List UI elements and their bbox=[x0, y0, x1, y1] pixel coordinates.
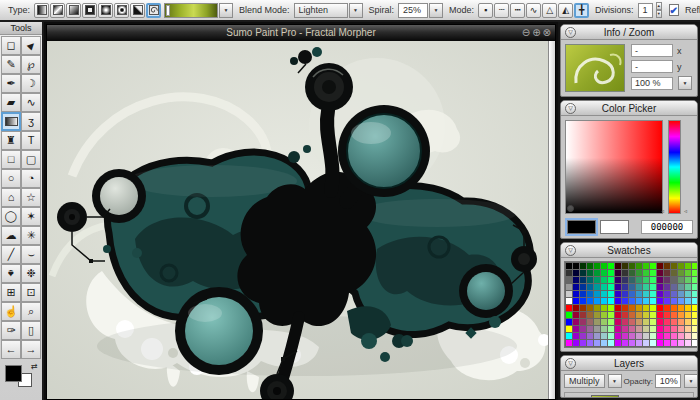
tool-text[interactable]: T bbox=[21, 131, 41, 150]
opacity-field[interactable]: 10% bbox=[655, 374, 681, 388]
swatch[interactable] bbox=[629, 291, 635, 297]
swatch[interactable] bbox=[608, 319, 614, 325]
swatch[interactable] bbox=[629, 284, 635, 290]
y-field[interactable]: - bbox=[631, 60, 673, 73]
opacity-dropdown[interactable]: ▼ bbox=[684, 374, 698, 388]
gradient-type-diagonal-button[interactable] bbox=[66, 3, 81, 18]
swatch[interactable] bbox=[671, 284, 677, 290]
swatch[interactable] bbox=[650, 263, 656, 269]
canvas-artwork[interactable] bbox=[47, 41, 548, 399]
tool-star[interactable]: ☆ bbox=[21, 188, 41, 207]
swatch[interactable] bbox=[657, 333, 663, 339]
swatch[interactable] bbox=[594, 319, 600, 325]
close-icon[interactable]: ⊗ bbox=[543, 28, 551, 38]
swatch[interactable] bbox=[608, 305, 614, 311]
swatch[interactable] bbox=[657, 291, 663, 297]
layers-header[interactable]: ▽ Layers bbox=[561, 356, 697, 371]
layer-blend-dropdown[interactable]: ▼ bbox=[608, 374, 622, 388]
x-field[interactable]: - bbox=[631, 44, 673, 57]
canvas-scrollbar[interactable] bbox=[548, 41, 555, 399]
swatch[interactable] bbox=[601, 305, 607, 311]
swatch[interactable] bbox=[615, 319, 621, 325]
tool-rounded-rectangle[interactable]: ▢ bbox=[21, 150, 41, 169]
gradient-type-square-button[interactable] bbox=[82, 3, 97, 18]
swatch[interactable] bbox=[671, 319, 677, 325]
swatch[interactable] bbox=[678, 270, 684, 276]
swatch[interactable] bbox=[671, 298, 677, 304]
swatch[interactable] bbox=[629, 305, 635, 311]
swatch[interactable] bbox=[671, 291, 677, 297]
swatch[interactable] bbox=[573, 263, 579, 269]
swatch[interactable] bbox=[678, 319, 684, 325]
swatch[interactable] bbox=[650, 298, 656, 304]
swatch[interactable] bbox=[657, 319, 663, 325]
tool-pie[interactable]: ◔ bbox=[21, 169, 41, 188]
swatch[interactable] bbox=[594, 340, 600, 346]
sv-knob[interactable] bbox=[567, 205, 574, 212]
swatch[interactable] bbox=[566, 277, 572, 283]
swatch[interactable] bbox=[671, 333, 677, 339]
swatch[interactable] bbox=[657, 312, 663, 318]
swatch[interactable] bbox=[636, 312, 642, 318]
swatch[interactable] bbox=[573, 284, 579, 290]
gradient-preview-swatch[interactable] bbox=[164, 3, 218, 18]
swatch[interactable] bbox=[678, 263, 684, 269]
swatch[interactable] bbox=[636, 340, 642, 346]
tool-brush[interactable]: ✒ bbox=[1, 74, 21, 93]
swatch[interactable] bbox=[573, 333, 579, 339]
swatch[interactable] bbox=[671, 270, 677, 276]
divisions-field[interactable]: 1 bbox=[638, 3, 653, 18]
swatch[interactable] bbox=[650, 291, 656, 297]
tool-curve[interactable]: ⌣ bbox=[21, 245, 41, 264]
background-color-chip[interactable] bbox=[600, 220, 629, 234]
swatch[interactable] bbox=[657, 326, 663, 332]
swatch[interactable] bbox=[650, 277, 656, 283]
swatch[interactable] bbox=[692, 319, 698, 325]
swatch[interactable] bbox=[594, 291, 600, 297]
swatch[interactable] bbox=[664, 319, 670, 325]
swatch[interactable] bbox=[587, 312, 593, 318]
swatch[interactable] bbox=[580, 298, 586, 304]
swatch[interactable] bbox=[615, 312, 621, 318]
swatch[interactable] bbox=[685, 298, 691, 304]
swatch[interactable] bbox=[601, 333, 607, 339]
swatch[interactable] bbox=[615, 277, 621, 283]
swatch[interactable] bbox=[580, 291, 586, 297]
swatch[interactable] bbox=[608, 326, 614, 332]
tool-clone-stamp[interactable]: ♜ bbox=[1, 131, 21, 150]
swatch[interactable] bbox=[566, 340, 572, 346]
swatch[interactable] bbox=[601, 340, 607, 346]
document-titlebar[interactable]: Sumo Paint Pro - Fractal Morpher ⊖ ⊕ ⊗ bbox=[47, 25, 555, 41]
mode-dash-small-button[interactable]: ┄ bbox=[494, 3, 509, 18]
gradient-type-radial-ring-button[interactable] bbox=[114, 3, 129, 18]
swatch[interactable] bbox=[573, 326, 579, 332]
swatch[interactable] bbox=[629, 326, 635, 332]
swatch[interactable] bbox=[573, 291, 579, 297]
foreground-color-chip[interactable] bbox=[567, 220, 596, 234]
swatch[interactable] bbox=[636, 277, 642, 283]
swatch[interactable] bbox=[580, 312, 586, 318]
tool-gradient[interactable] bbox=[1, 112, 21, 131]
swatch[interactable] bbox=[678, 305, 684, 311]
swatch[interactable] bbox=[685, 319, 691, 325]
swatch[interactable] bbox=[622, 270, 628, 276]
gradient-handle[interactable] bbox=[166, 5, 170, 16]
tool-pencil[interactable]: ✎ bbox=[1, 55, 21, 74]
tool-move[interactable]: ▶ bbox=[21, 36, 41, 55]
swatch[interactable] bbox=[692, 326, 698, 332]
swatch[interactable] bbox=[580, 333, 586, 339]
gradient-type-corner-button[interactable] bbox=[130, 3, 145, 18]
swatch[interactable] bbox=[650, 333, 656, 339]
swatch[interactable] bbox=[566, 263, 572, 269]
blend-mode-dropdown[interactable]: ▼ bbox=[349, 3, 363, 18]
swatch[interactable] bbox=[615, 298, 621, 304]
blend-mode-value[interactable]: Lighten bbox=[294, 3, 348, 18]
collapse-icon[interactable]: ▽ bbox=[565, 245, 576, 256]
swatch[interactable] bbox=[664, 277, 670, 283]
swatch[interactable] bbox=[664, 263, 670, 269]
swatch[interactable] bbox=[678, 312, 684, 318]
tool-paint-bucket[interactable]: ʒ bbox=[21, 112, 41, 131]
swatch[interactable] bbox=[622, 326, 628, 332]
mode-triangle-outline-button[interactable]: △ bbox=[542, 3, 557, 18]
swatch[interactable] bbox=[629, 298, 635, 304]
